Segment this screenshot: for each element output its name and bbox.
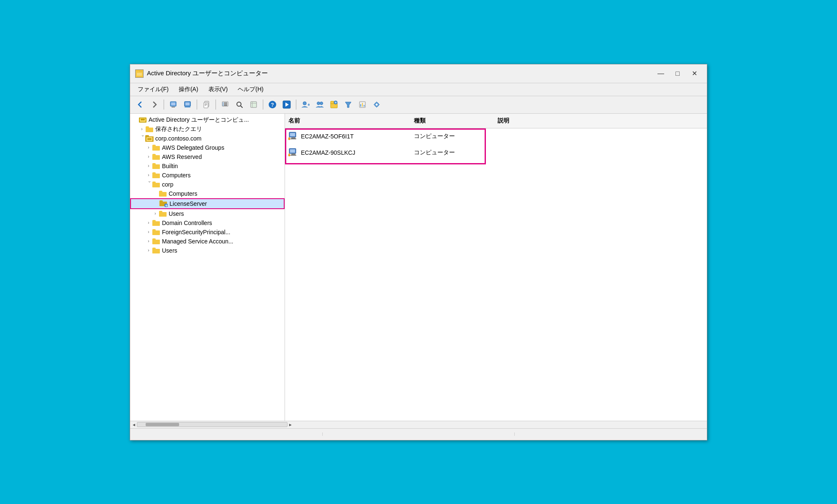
svg-rect-19 bbox=[223, 104, 223, 105]
refresh-button[interactable] bbox=[167, 98, 180, 111]
tree-license-server[interactable]: ⚙ LicenseServer bbox=[130, 198, 285, 209]
export-button[interactable]: + bbox=[327, 98, 341, 111]
forward-button[interactable] bbox=[148, 98, 161, 111]
expand-domain-controllers[interactable]: › bbox=[145, 220, 152, 226]
expand-managed-service[interactable]: › bbox=[145, 238, 152, 245]
aws-delegated-label: AWS Delegated Groups bbox=[162, 144, 224, 151]
svg-rect-46 bbox=[376, 106, 377, 107]
bottom-area: ◄ ► bbox=[130, 421, 707, 440]
svg-rect-61 bbox=[152, 154, 156, 156]
svg-rect-20 bbox=[223, 105, 223, 106]
tree-aws-reserved[interactable]: › AWS Reserved bbox=[130, 152, 285, 161]
foreign-security-icon bbox=[152, 228, 160, 236]
details-button[interactable] bbox=[218, 98, 232, 111]
minimize-button[interactable]: — bbox=[653, 68, 668, 79]
managed-service-icon bbox=[152, 238, 160, 245]
back-button[interactable] bbox=[134, 98, 147, 111]
svg-rect-1 bbox=[136, 71, 139, 73]
toolbar-separator-4 bbox=[263, 100, 263, 110]
tree-panel: Active Directory ユーザーとコンピュ... › 保存されたクエリ… bbox=[130, 114, 285, 421]
domain-icon bbox=[145, 135, 154, 142]
expand-users-top[interactable]: › bbox=[145, 247, 152, 254]
tree-builtin[interactable]: › Builtin bbox=[130, 161, 285, 171]
maximize-button[interactable]: □ bbox=[670, 68, 685, 79]
menu-help[interactable]: ヘルプ(H) bbox=[234, 84, 267, 95]
aws-reserved-icon bbox=[152, 153, 160, 161]
status-bar bbox=[130, 428, 707, 440]
tree-managed-service[interactable]: › Managed Service Accoun... bbox=[130, 237, 285, 246]
tree-computers-top[interactable]: › Computers bbox=[130, 171, 285, 180]
svg-rect-45 bbox=[376, 102, 377, 103]
menu-action[interactable]: 操作(A) bbox=[175, 84, 203, 95]
expand-foreign-security[interactable]: › bbox=[145, 229, 152, 235]
scroll-left-arrow[interactable]: ◄ bbox=[132, 422, 136, 427]
expand-builtin[interactable]: › bbox=[145, 163, 152, 169]
title-bar: Active Directory ユーザーとコンピューター — □ ✕ bbox=[130, 64, 707, 83]
toolbar: ? + bbox=[130, 96, 707, 114]
close-button[interactable]: ✕ bbox=[687, 68, 702, 79]
menu-view[interactable]: 表示(V) bbox=[204, 84, 232, 95]
status-cell-2 bbox=[323, 432, 515, 436]
saved-queries-label: 保存されたクエリ bbox=[155, 125, 202, 133]
svg-rect-63 bbox=[152, 163, 156, 165]
corp-users-icon bbox=[159, 210, 167, 217]
map-button[interactable] bbox=[247, 98, 260, 111]
svg-rect-59 bbox=[152, 145, 156, 147]
svg-rect-92 bbox=[290, 155, 296, 156]
expand-corp[interactable]: › bbox=[145, 181, 152, 188]
tree-corp-computers[interactable]: Computers bbox=[130, 189, 285, 198]
expand-computers-top[interactable]: › bbox=[145, 172, 152, 179]
tree-users-top[interactable]: › Users bbox=[130, 246, 285, 255]
filter-button[interactable] bbox=[341, 98, 355, 111]
tree-domain[interactable]: › corp.contoso.com bbox=[130, 134, 285, 143]
scrollbar-track[interactable] bbox=[137, 422, 288, 427]
col-header-desc[interactable]: 説明 bbox=[494, 115, 707, 126]
tree-root[interactable]: Active Directory ユーザーとコンピュ... bbox=[130, 115, 285, 125]
svg-rect-86 bbox=[291, 137, 295, 138]
tree-aws-delegated[interactable]: › AWS Delegated Groups bbox=[130, 143, 285, 152]
svg-text:?: ? bbox=[271, 102, 274, 108]
svg-text:+: + bbox=[335, 101, 337, 105]
col-header-name[interactable]: 名前 bbox=[285, 115, 411, 126]
cell-desc-1 bbox=[494, 135, 707, 138]
license-server-label: LicenseServer bbox=[169, 200, 207, 207]
scroll-right-arrow[interactable]: ► bbox=[288, 422, 293, 427]
svg-rect-42 bbox=[364, 105, 365, 107]
svg-point-30 bbox=[303, 102, 306, 105]
expand-domain[interactable]: › bbox=[139, 135, 145, 142]
expand-saved-queries[interactable]: › bbox=[139, 126, 145, 133]
svg-rect-53 bbox=[146, 126, 149, 128]
col-header-type[interactable]: 種類 bbox=[411, 115, 494, 126]
svg-rect-23 bbox=[251, 102, 257, 107]
tree-domain-controllers[interactable]: › Domain Controllers bbox=[130, 218, 285, 228]
expand-aws-delegated[interactable]: › bbox=[145, 144, 152, 151]
search-button[interactable] bbox=[233, 98, 246, 111]
list-view-button[interactable] bbox=[181, 98, 194, 111]
settings-button[interactable] bbox=[370, 98, 383, 111]
expand-corp-users[interactable]: › bbox=[152, 210, 159, 217]
svg-rect-47 bbox=[374, 104, 375, 105]
svg-line-22 bbox=[241, 106, 242, 107]
menu-file[interactable]: ファイル(F) bbox=[134, 84, 173, 95]
content-header: 名前 種類 説明 bbox=[285, 114, 707, 128]
table-row[interactable]: EC2AMAZ-90SLKCJ コンピューター bbox=[285, 145, 707, 161]
svg-rect-90 bbox=[290, 149, 295, 153]
tree-saved-queries[interactable]: › 保存されたクエリ bbox=[130, 125, 285, 134]
scrollbar-thumb[interactable] bbox=[146, 423, 179, 426]
tree-foreign-security[interactable]: › ForeignSecurityPrincipal... bbox=[130, 228, 285, 237]
new-user-button[interactable]: + bbox=[299, 98, 312, 111]
report-button[interactable] bbox=[356, 98, 369, 111]
copy-button[interactable] bbox=[200, 98, 213, 111]
expand-aws-reserved[interactable]: › bbox=[145, 154, 152, 160]
play-button[interactable] bbox=[280, 98, 293, 111]
svg-rect-48 bbox=[378, 104, 380, 105]
table-row[interactable]: EC2AMAZ-5OF6I1T コンピューター bbox=[285, 128, 707, 145]
svg-rect-57 bbox=[147, 138, 151, 140]
help-button[interactable]: ? bbox=[266, 98, 279, 111]
corp-icon bbox=[152, 181, 160, 188]
app-icon bbox=[135, 69, 144, 78]
svg-rect-51 bbox=[141, 119, 145, 120]
tree-corp[interactable]: › corp bbox=[130, 180, 285, 189]
new-group-button[interactable] bbox=[313, 98, 326, 111]
tree-corp-users[interactable]: › Users bbox=[130, 209, 285, 218]
